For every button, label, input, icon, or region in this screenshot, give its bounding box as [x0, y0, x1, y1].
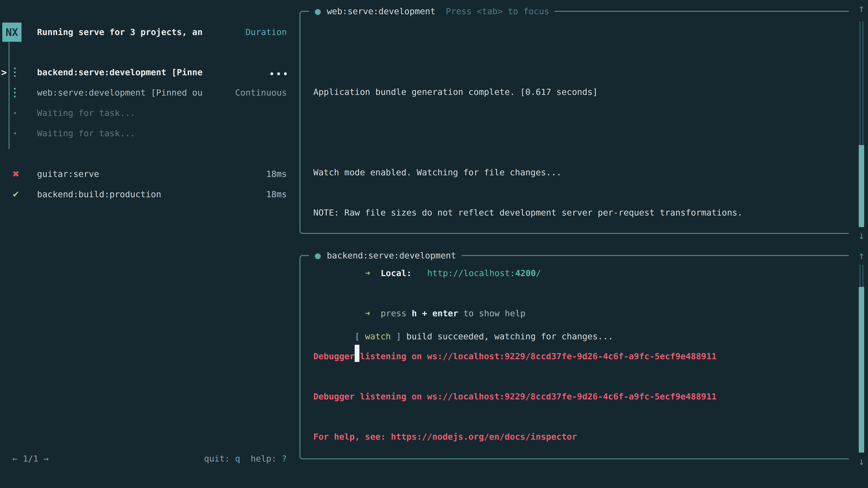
- task-label: web:serve:development [Pinned ou: [37, 88, 203, 98]
- quit-key: q: [235, 454, 240, 464]
- bracket-close: ]: [391, 331, 406, 341]
- waiting-dot-icon: [14, 132, 16, 134]
- focus-hint: Press <tab> to focus: [446, 6, 549, 16]
- log-line: Watch mode enabled. Watching for file ch…: [313, 162, 743, 183]
- scrollbar-thumb[interactable]: [859, 287, 864, 453]
- pane-task-name: backend:serve:development: [327, 251, 456, 260]
- task-label: backend:serve:development [Pinne: [37, 67, 203, 77]
- task-row-selected[interactable]: > backend:serve:development [Pinne: [0, 62, 300, 83]
- terminal-pane-backend-serve[interactable]: ● backend:serve:development [ watch ] bu…: [300, 255, 849, 459]
- task-duration: 18ms: [266, 189, 287, 199]
- help-key: ?: [282, 454, 287, 464]
- task-row-failed[interactable]: ✖ guitar:serve 18ms: [0, 164, 300, 184]
- running-dot-icon: ●: [314, 7, 321, 16]
- watch-tag: watch: [365, 331, 391, 341]
- help-label: help:: [251, 454, 276, 464]
- success-check-icon: ✔: [12, 189, 20, 199]
- blank-line: [313, 467, 717, 487]
- bracket-open: [: [355, 331, 365, 341]
- page-indicator: 1/1: [23, 454, 38, 464]
- failed-cross-icon: ✖: [12, 169, 20, 179]
- scroll-down-icon[interactable]: ↓: [855, 229, 868, 242]
- pane-title[interactable]: ● web:serve:development Press <tab> to f…: [309, 1, 555, 22]
- task-row[interactable]: web:serve:development [Pinned ou Continu…: [0, 83, 300, 103]
- task-label: Waiting for task...: [37, 128, 135, 138]
- task-row-waiting[interactable]: Waiting for task...: [0, 123, 300, 143]
- pane-task-name: web:serve:development: [327, 6, 435, 16]
- task-row-waiting[interactable]: Waiting for task...: [0, 103, 300, 123]
- ellipsis-dots-icon: [270, 70, 287, 75]
- running-dot-icon: ●: [314, 251, 321, 260]
- scrollbar-thumb[interactable]: [859, 145, 864, 227]
- watch-text: build succeeded, watching for changes...: [406, 331, 613, 341]
- inspector-help-line: For help, see: https://nodejs.org/en/doc…: [313, 427, 717, 447]
- blank-line: [313, 122, 743, 142]
- nx-tui-screen: NX Running serve for 3 projects, an Dura…: [0, 0, 868, 488]
- prev-page-arrow-icon[interactable]: ←: [12, 454, 18, 464]
- task-label: backend:build:production: [37, 189, 161, 199]
- quit-label: quit:: [204, 454, 230, 464]
- task-duration-status: Continuous: [235, 88, 287, 98]
- run-summary-title: Running serve for 3 projects, an: [37, 27, 203, 37]
- terminal-output: [ watch ] build succeeded, watching for …: [313, 286, 717, 488]
- task-duration: 18ms: [266, 169, 287, 179]
- task-sidebar: NX Running serve for 3 projects, an Dura…: [0, 0, 300, 488]
- debugger-line: Debugger listening on ws://localhost:922…: [313, 386, 717, 407]
- log-line: NOTE: Raw file sizes do not reflect deve…: [313, 202, 743, 223]
- scrollbar-track[interactable]: [860, 22, 863, 145]
- sidebar-header: Running serve for 3 projects, an Duratio…: [0, 22, 300, 42]
- pane-title[interactable]: ● backend:serve:development: [309, 246, 462, 266]
- task-row-success[interactable]: ✔ backend:build:production 18ms: [0, 184, 300, 204]
- waiting-dot-icon: [14, 112, 16, 114]
- debugger-line: Debugger listening on ws://localhost:922…: [313, 346, 717, 366]
- terminal-pane-web-serve[interactable]: ● web:serve:development Press <tab> to f…: [300, 11, 849, 234]
- task-label: guitar:serve: [37, 169, 99, 179]
- scroll-up-icon[interactable]: ↑: [855, 249, 868, 262]
- task-spinner-icon: [14, 68, 16, 77]
- shortcut-hints: quit:qhelp:?: [204, 454, 287, 464]
- scrollbar-track[interactable]: [860, 265, 863, 287]
- task-label: Waiting for task...: [37, 108, 135, 118]
- log-line: Application bundle generation complete. …: [313, 82, 743, 102]
- duration-column-header: Duration: [246, 27, 287, 37]
- selection-caret-icon: >: [1, 67, 7, 78]
- next-page-arrow-icon[interactable]: →: [43, 454, 49, 464]
- task-spinner-icon: [14, 88, 16, 97]
- sidebar-footer: ← 1/1 → quit:qhelp:?: [0, 449, 300, 469]
- scroll-up-icon[interactable]: ↑: [855, 2, 868, 15]
- watch-status-line: [ watch ] build succeeded, watching for …: [313, 306, 717, 326]
- scroll-down-icon[interactable]: ↓: [855, 455, 868, 468]
